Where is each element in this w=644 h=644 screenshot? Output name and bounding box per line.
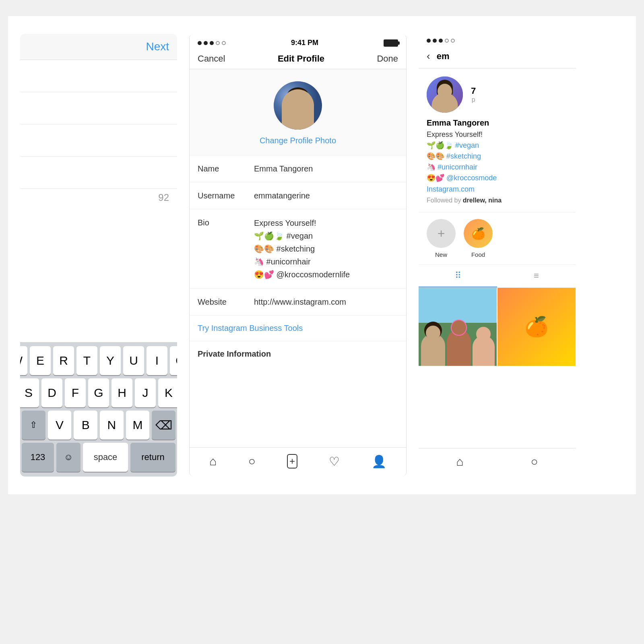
- name-row: Name Emma Tangoren: [190, 155, 406, 182]
- key-emoji[interactable]: ☺: [56, 443, 80, 472]
- p-dot-5: [451, 39, 455, 43]
- bio-vegan-tag: #vegan: [455, 141, 479, 149]
- heart-icon[interactable]: ♡: [329, 454, 340, 469]
- highlights-row: + New 🍊 Food: [419, 213, 576, 265]
- key-s[interactable]: S: [20, 378, 39, 407]
- p-dot-3: [439, 39, 443, 43]
- keyboard-row-1: Q W E R T Y U I O P: [22, 346, 175, 375]
- phone-edit-profile-screen: 9:41 PM Cancel Edit Profile Done Change …: [189, 34, 407, 477]
- posts-count: 7: [471, 86, 476, 96]
- dot-4: [216, 41, 220, 45]
- key-v[interactable]: V: [48, 411, 72, 440]
- plus-icon[interactable]: +: [287, 454, 297, 469]
- key-u[interactable]: U: [123, 346, 144, 375]
- grid-view-button[interactable]: ⠿: [419, 265, 497, 287]
- grid-photo-1[interactable]: [419, 288, 497, 366]
- key-e[interactable]: E: [30, 346, 51, 375]
- username-label: Username: [198, 190, 246, 200]
- website-value[interactable]: http://www.instagram.com: [254, 296, 398, 308]
- key-space[interactable]: space: [83, 443, 128, 472]
- avatar-image: [274, 81, 322, 130]
- content-line-4: [20, 157, 177, 189]
- avatar[interactable]: [274, 81, 322, 130]
- key-w[interactable]: W: [20, 346, 27, 375]
- profile-info-section: 7 p Emma Tangoren Express Yourself! 🌱🍏🍃 …: [419, 68, 576, 213]
- dot-1: [198, 41, 202, 45]
- signal-dots: [198, 41, 226, 45]
- key-f[interactable]: F: [65, 378, 86, 407]
- key-j[interactable]: J: [135, 378, 156, 407]
- list-view-button[interactable]: ≡: [497, 265, 576, 287]
- bio-label: Bio: [198, 217, 246, 227]
- char-count: 92: [20, 189, 177, 206]
- profile-photo-section: Change Profile Photo: [190, 69, 406, 155]
- key-shift[interactable]: ⇧: [22, 411, 45, 440]
- bio-value[interactable]: Express Yourself! 🌱🍏🍃 #vegan 🎨🎨 #sketchi…: [254, 217, 398, 281]
- key-h[interactable]: H: [111, 378, 132, 407]
- key-m[interactable]: M: [126, 411, 150, 440]
- profile-top-row: 7 p: [427, 76, 568, 113]
- profile-icon[interactable]: 👤: [372, 454, 386, 469]
- profile-avatar[interactable]: [427, 76, 463, 113]
- profile-header-bar: ‹ em: [419, 44, 576, 68]
- business-tools-row: Try Instagram Business Tools: [190, 316, 406, 341]
- name-value[interactable]: Emma Tangoren: [254, 163, 398, 175]
- p-dot-4: [445, 39, 449, 43]
- key-y[interactable]: Y: [100, 346, 121, 375]
- key-i[interactable]: I: [147, 346, 167, 375]
- grid-photo-2[interactable]: 🍊: [497, 288, 576, 366]
- private-info-title: Private Information: [198, 349, 271, 358]
- profile-username-header: em: [437, 51, 450, 62]
- key-b[interactable]: B: [74, 411, 97, 440]
- key-return[interactable]: return: [130, 443, 175, 472]
- profile-search-icon[interactable]: ○: [530, 455, 538, 469]
- keyboard-row-bottom: 123 ☺ space return: [22, 443, 175, 472]
- key-t[interactable]: T: [76, 346, 97, 375]
- status-bar: 9:41 PM: [190, 34, 406, 49]
- website-label: Website: [198, 296, 246, 307]
- done-button[interactable]: Done: [377, 54, 398, 64]
- status-time: 9:41 PM: [291, 39, 318, 47]
- key-delete[interactable]: ⌫: [152, 411, 175, 440]
- bio-handle-tag: @kroccosmode: [446, 174, 497, 182]
- key-123[interactable]: 123: [22, 443, 54, 472]
- cancel-button[interactable]: Cancel: [198, 54, 225, 64]
- highlight-food-circle: 🍊: [464, 219, 493, 248]
- key-n[interactable]: N: [100, 411, 124, 440]
- key-r[interactable]: R: [53, 346, 74, 375]
- keyboard-row-2: A S D F G H J K L: [22, 378, 175, 407]
- business-tools-link[interactable]: Try Instagram Business Tools: [198, 324, 303, 332]
- key-d[interactable]: D: [41, 378, 62, 407]
- home-icon[interactable]: ⌂: [209, 454, 217, 468]
- bio-sketching-tag: #sketching: [446, 152, 481, 160]
- bio-row: Bio Express Yourself! 🌱🍏🍃 #vegan 🎨🎨 #ske…: [190, 209, 406, 289]
- highlight-new-label: New: [435, 251, 447, 258]
- search-icon[interactable]: ○: [248, 454, 256, 468]
- profile-home-icon[interactable]: ⌂: [456, 455, 463, 469]
- photo-grid: 🍊: [419, 288, 576, 448]
- profile-bio: Express Yourself! 🌱🍏🍃 #vegan 🎨🎨 #sketchi…: [427, 129, 568, 184]
- dot-3: [210, 41, 214, 45]
- view-toggle: ⠿ ≡: [419, 265, 576, 288]
- profile-stats: 7 p: [471, 86, 568, 103]
- key-g[interactable]: G: [88, 378, 109, 407]
- key-k[interactable]: K: [158, 378, 177, 407]
- back-button[interactable]: ‹: [427, 50, 430, 62]
- text-content-area: 92: [20, 60, 177, 342]
- content-line-1: [20, 60, 177, 92]
- dot-2: [204, 41, 208, 45]
- highlight-new-circle: +: [427, 219, 456, 248]
- key-o[interactable]: O: [170, 346, 177, 375]
- follower-names: drellew, nina: [463, 197, 502, 204]
- avatar-body: [282, 89, 314, 130]
- name-label: Name: [198, 163, 246, 173]
- highlight-food[interactable]: 🍊 Food: [464, 219, 493, 258]
- followed-by-text: Followed by drellew, nina: [427, 197, 568, 204]
- change-profile-photo-link[interactable]: Change Profile Photo: [260, 136, 336, 145]
- edit-profile-nav-bar: Cancel Edit Profile Done: [190, 49, 406, 69]
- highlight-new[interactable]: + New: [427, 219, 456, 258]
- profile-website-link[interactable]: Instagram.com: [427, 185, 568, 194]
- username-value[interactable]: emmatangerine: [254, 190, 398, 202]
- next-button[interactable]: Next: [146, 40, 169, 53]
- battery-icon: [384, 39, 398, 47]
